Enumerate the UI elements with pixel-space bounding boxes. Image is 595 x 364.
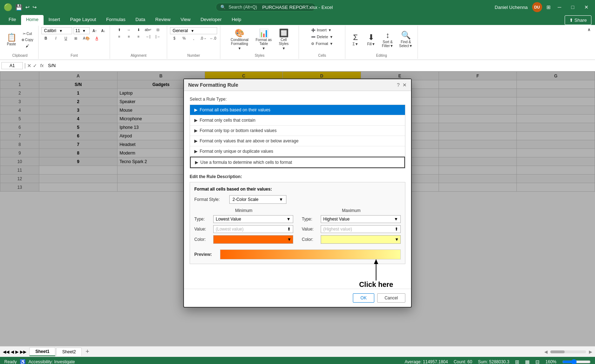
border-button[interactable]: ⊞ bbox=[71, 36, 80, 41]
view-break-icon[interactable]: ⊟ bbox=[535, 359, 540, 364]
merge-button[interactable]: ⊟ bbox=[154, 27, 162, 32]
sheet-nav-next-icon[interactable]: ▶ bbox=[15, 349, 19, 354]
max-color-swatch[interactable]: ▼ bbox=[321, 235, 401, 244]
rule-item-unique-duplicate[interactable]: ▶ Format only unique or duplicate values bbox=[190, 146, 405, 157]
fill-color-button[interactable]: A🎨 bbox=[81, 36, 91, 41]
scroll-right-icon[interactable]: ▶ bbox=[589, 349, 592, 354]
bold-button[interactable]: B bbox=[41, 36, 50, 41]
align-middle-button[interactable]: ↔ bbox=[125, 27, 133, 32]
font-color-button[interactable]: A bbox=[92, 36, 101, 41]
align-center-button[interactable]: ≡ bbox=[125, 34, 133, 39]
dialog-body: Select a Rule Type: ▶ Format all cells b… bbox=[184, 91, 411, 270]
chevron-down-icon5: ▼ bbox=[262, 46, 265, 50]
decrease-indent-button[interactable]: ←| bbox=[144, 34, 152, 39]
chevron-down-icon3: ▼ bbox=[191, 29, 194, 33]
sheet-tab-sheet2[interactable]: Sheet2 bbox=[56, 348, 82, 356]
share-button[interactable]: ⬆ Share bbox=[565, 15, 591, 25]
tab-file[interactable]: File bbox=[4, 15, 21, 25]
tab-home[interactable]: Home bbox=[21, 15, 44, 25]
cell-reference-box[interactable] bbox=[1, 62, 23, 69]
font-decrease-button[interactable]: A↓ bbox=[100, 28, 107, 34]
tab-view[interactable]: View bbox=[175, 15, 195, 25]
quick-access-undo[interactable]: ↩ bbox=[25, 4, 30, 10]
ok-button[interactable]: OK bbox=[353, 293, 374, 303]
format-button[interactable]: ⚙ Format ▼ bbox=[309, 41, 335, 46]
rule-item-above-below[interactable]: ▶ Format only values that are above or b… bbox=[190, 136, 405, 146]
cut-button[interactable]: ✂Cut bbox=[19, 31, 35, 36]
rule-item-top-bottom[interactable]: ▶ Format only top or bottom ranked value… bbox=[190, 126, 405, 136]
cell-styles-button[interactable]: 🔲 Cell Styles ▼ bbox=[276, 27, 291, 52]
tab-developer[interactable]: Developer bbox=[195, 15, 226, 25]
italic-button[interactable]: I bbox=[51, 36, 60, 41]
ribbon-collapse[interactable]: ∧ bbox=[585, 26, 594, 59]
view-layout-icon[interactable]: ▦ bbox=[525, 359, 530, 364]
tab-review[interactable]: Review bbox=[150, 15, 176, 25]
increase-decimal-button[interactable]: .0→ bbox=[199, 36, 208, 41]
delete-button[interactable]: ➖ Delete ▼ bbox=[309, 34, 335, 40]
min-color-swatch[interactable]: ▼ bbox=[213, 235, 293, 244]
max-type-select[interactable]: Highest Value ▼ bbox=[321, 215, 401, 223]
rule-item-formula[interactable]: ▶ Use a formula to determine which cells… bbox=[190, 157, 405, 168]
ribbon-display-icon[interactable]: ⊞ bbox=[546, 4, 551, 10]
dialog-close-button[interactable]: ✕ bbox=[402, 82, 407, 88]
min-max-row: Minimum Type: Lowest Value ▼ Value: bbox=[194, 208, 401, 246]
font-family-select[interactable]: Calibri ▼ bbox=[41, 27, 72, 34]
wrap-text-button[interactable]: ab↵ bbox=[144, 27, 152, 32]
format-as-table-button[interactable]: 📊 Format as Table ▼ bbox=[253, 27, 275, 52]
rule-item-all-cells[interactable]: ▶ Format all cells based on their values bbox=[190, 105, 405, 115]
min-type-select[interactable]: Lowest Value ▼ bbox=[213, 215, 293, 223]
autosum-button[interactable]: Σ Σ▼ bbox=[348, 27, 362, 52]
find-select-button[interactable]: 🔍 Find & Select▼ bbox=[397, 27, 415, 52]
sheet-tab-sheet1[interactable]: Sheet1 bbox=[29, 347, 55, 356]
horizontal-scrollbar[interactable] bbox=[550, 350, 586, 353]
format-style-select[interactable]: 2-Color Scale ▼ bbox=[229, 195, 286, 204]
sheet-nav-left-icon[interactable]: ◀◀ bbox=[3, 349, 9, 354]
scroll-left-icon[interactable]: ◀ bbox=[544, 349, 548, 354]
align-left-button[interactable]: ≡ bbox=[115, 34, 124, 39]
zoom-slider[interactable] bbox=[562, 359, 591, 364]
cancel-button[interactable]: Cancel bbox=[377, 293, 405, 303]
rule-item-cells-contain[interactable]: ▶ Format only cells that contain bbox=[190, 115, 405, 126]
tab-data[interactable]: Data bbox=[130, 15, 150, 25]
close-button[interactable]: ✕ bbox=[581, 3, 591, 11]
dialog-help-button[interactable]: ? bbox=[397, 82, 400, 88]
comma-button[interactable]: , bbox=[189, 36, 198, 41]
confirm-formula-icon[interactable]: ✓ bbox=[33, 63, 37, 69]
format-painter-button[interactable]: 🖌 bbox=[19, 43, 35, 49]
font-size-select[interactable]: 11 ▼ bbox=[74, 27, 90, 34]
sheet-nav-prev-icon[interactable]: ◀ bbox=[11, 349, 14, 354]
sort-filter-button[interactable]: ↕ Sort & Filter▼ bbox=[380, 27, 395, 52]
min-value-input[interactable]: (Lowest value) ⬆ bbox=[213, 225, 293, 233]
view-normal-icon[interactable]: ⊞ bbox=[515, 359, 519, 364]
quick-access-redo[interactable]: ↪ bbox=[32, 4, 37, 10]
formula-input[interactable] bbox=[46, 62, 594, 69]
underline-button[interactable]: U bbox=[61, 36, 70, 41]
max-value-input[interactable]: (Highest value) ⬆ bbox=[321, 225, 401, 233]
cancel-formula-icon[interactable]: ✕ bbox=[27, 63, 31, 69]
percent-button[interactable]: % bbox=[180, 36, 188, 41]
font-increase-button[interactable]: A↑ bbox=[91, 28, 98, 34]
decrease-decimal-button[interactable]: ←.0 bbox=[209, 36, 217, 41]
currency-button[interactable]: $ bbox=[170, 36, 179, 41]
clipboard-label: Clipboard bbox=[12, 52, 28, 57]
align-bottom-button[interactable]: ⬇ bbox=[134, 27, 143, 32]
sheet-nav-right-icon[interactable]: ▶▶ bbox=[20, 349, 26, 354]
insert-button[interactable]: ➕ Insert ▼ bbox=[309, 27, 335, 33]
fill-button[interactable]: ⬇ Fill▼ bbox=[364, 27, 378, 52]
conditional-formatting-button[interactable]: 🎨 Conditional Formatting ▼ bbox=[228, 27, 251, 52]
quick-access-save[interactable]: 💾 bbox=[15, 4, 22, 11]
increase-indent-button[interactable]: |→ bbox=[154, 34, 162, 39]
align-top-button[interactable]: ⬆ bbox=[115, 27, 124, 32]
tab-help[interactable]: Help bbox=[227, 15, 246, 25]
align-right-button[interactable]: ≡ bbox=[134, 34, 143, 39]
minimize-button[interactable]: ─ bbox=[555, 3, 564, 11]
number-format-select[interactable]: General ▼ bbox=[170, 27, 217, 34]
tab-insert[interactable]: Insert bbox=[44, 15, 65, 25]
tab-page-layout[interactable]: Page Layout bbox=[65, 15, 101, 25]
tab-formulas[interactable]: Formulas bbox=[101, 15, 130, 25]
copy-button[interactable]: ⊕Copy bbox=[19, 37, 35, 42]
add-sheet-button[interactable]: + bbox=[82, 348, 92, 355]
cells-buttons: ➕ Insert ▼ ➖ Delete ▼ ⚙ Format ▼ bbox=[309, 27, 335, 46]
paste-button[interactable]: 📋 Paste bbox=[4, 33, 19, 47]
maximize-button[interactable]: □ bbox=[569, 3, 577, 11]
